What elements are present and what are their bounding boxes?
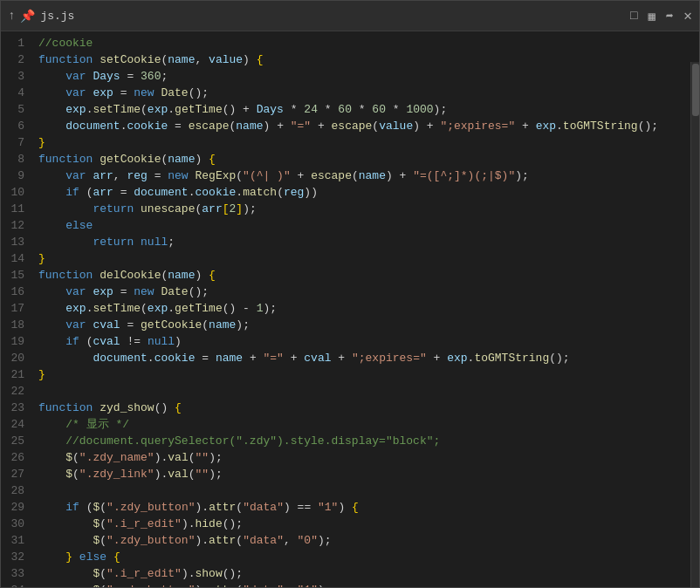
filename-label: js.js (40, 10, 74, 23)
line-number: 32 (1, 549, 24, 565)
editor-window: ↑ 📌 js.js □ ▦ ➦ ✕ 1234567891011121314151… (0, 0, 700, 588)
code-line: var exp = new Date(); (38, 85, 699, 101)
scrollbar[interactable] (690, 62, 699, 587)
line-number: 33 (1, 565, 24, 582)
title-bar-right: □ ▦ ➦ ✕ (630, 7, 692, 24)
line-number: 4 (1, 85, 24, 101)
scrollbar-thumb[interactable] (692, 64, 699, 116)
code-line: var arr, reg = new RegExp("(^| )" + esca… (38, 168, 699, 184)
code-line: } (38, 250, 699, 267)
new-file-icon[interactable]: □ (630, 9, 637, 23)
line-number: 2 (1, 51, 24, 68)
line-number: 6 (1, 118, 24, 134)
code-line (38, 482, 699, 499)
line-number: 11 (1, 201, 24, 217)
line-number: 30 (1, 516, 24, 532)
code-line: //cookie (38, 35, 699, 51)
code-line: function getCookie(name) { (38, 151, 699, 168)
line-number: 15 (1, 267, 24, 284)
pin-icon[interactable]: 📌 (20, 9, 35, 24)
line-number: 8 (1, 151, 24, 168)
code-line: var cval = getCookie(name); (38, 317, 699, 333)
title-bar: ↑ 📌 js.js □ ▦ ➦ ✕ (1, 1, 699, 31)
line-numbers: 1234567891011121314151617181920212223242… (1, 31, 31, 587)
line-number: 25 (1, 433, 24, 449)
line-number: 12 (1, 217, 24, 234)
code-line: if (cval != null) (38, 333, 699, 350)
code-line: function zyd_show() { (38, 400, 699, 416)
line-number: 20 (1, 350, 24, 366)
code-line: } (38, 366, 699, 383)
line-number: 23 (1, 400, 24, 416)
code-line: return unescape(arr[2]); (38, 201, 699, 217)
line-number: 18 (1, 317, 24, 333)
line-number: 7 (1, 134, 24, 151)
line-number: 34 (1, 582, 24, 587)
code-line: $(".zdy_button").attr("data", "1"); (38, 582, 699, 587)
line-number: 27 (1, 466, 24, 482)
line-number: 5 (1, 101, 24, 118)
line-number: 22 (1, 383, 24, 400)
code-line: if (arr = document.cookie.match(reg)) (38, 184, 699, 201)
line-number: 1 (1, 35, 24, 51)
line-number: 10 (1, 184, 24, 201)
code-area[interactable]: //cookiefunction setCookie(name, value) … (31, 31, 699, 587)
code-line: $(".i_r_edit").hide(); (38, 516, 699, 532)
code-line: document.cookie = name + "=" + cval + ";… (38, 350, 699, 366)
code-line: var exp = new Date(); (38, 284, 699, 300)
line-number: 17 (1, 300, 24, 317)
line-number: 31 (1, 532, 24, 549)
code-line: return null; (38, 234, 699, 250)
code-line: else (38, 217, 699, 234)
code-line: $(".i_r_edit").show(); (38, 565, 699, 582)
line-number: 13 (1, 234, 24, 250)
line-number: 28 (1, 482, 24, 499)
split-editor-icon[interactable]: ▦ (648, 9, 655, 24)
expand-icon[interactable]: ➦ (666, 9, 673, 24)
code-line: $(".zdy_link").val(""); (38, 466, 699, 482)
code-line: function delCookie(name) { (38, 267, 699, 284)
code-line: $(".zdy_button").attr("data", "0"); (38, 532, 699, 549)
line-number: 24 (1, 416, 24, 433)
code-line: $(".zdy_name").val(""); (38, 449, 699, 466)
line-number: 21 (1, 366, 24, 383)
code-line: } else { (38, 549, 699, 565)
title-bar-left: ↑ 📌 js.js (8, 9, 74, 24)
line-number: 19 (1, 333, 24, 350)
code-line: exp.setTime(exp.getTime() + Days * 24 * … (38, 101, 699, 118)
code-line: /* 显示 */ (38, 416, 699, 433)
code-line: //document.querySelector(".zdy").style.d… (38, 433, 699, 449)
code-line: document.cookie = escape(name) + "=" + e… (38, 118, 699, 134)
arrow-up-icon[interactable]: ↑ (8, 9, 15, 23)
close-icon[interactable]: ✕ (683, 7, 692, 24)
code-line: exp.setTime(exp.getTime() - 1); (38, 300, 699, 317)
line-number: 29 (1, 499, 24, 516)
line-number: 3 (1, 68, 24, 85)
editor-body: 1234567891011121314151617181920212223242… (1, 31, 699, 587)
code-line: if ($(".zdy_button").attr("data") == "1"… (38, 499, 699, 516)
line-number: 9 (1, 168, 24, 184)
line-number: 16 (1, 284, 24, 300)
code-line: var Days = 360; (38, 68, 699, 85)
line-number: 14 (1, 250, 24, 267)
line-number: 26 (1, 449, 24, 466)
code-line (38, 383, 699, 400)
code-line: } (38, 134, 699, 151)
code-line: function setCookie(name, value) { (38, 51, 699, 68)
